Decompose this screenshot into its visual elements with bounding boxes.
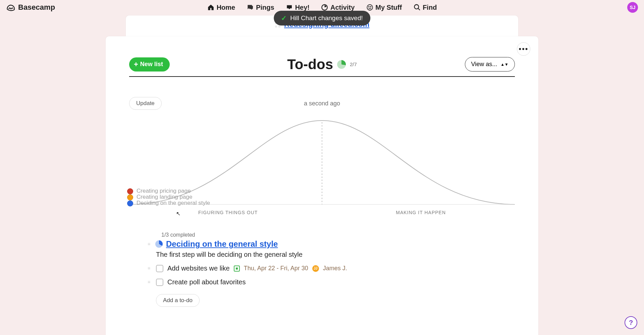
- main-nav: Home Pings Hey! Activity My Stuff Find: [207, 4, 437, 11]
- hill-chart-timestamp: a second ago: [304, 100, 340, 107]
- user-avatar[interactable]: SJ: [627, 2, 638, 13]
- more-menu-button[interactable]: •••: [517, 42, 530, 56]
- hill-dot[interactable]: [127, 194, 133, 200]
- todo-row: ≡ Add websites we like Thu, Apr 22 - Fri…: [146, 265, 515, 272]
- todo-date: Thu, Apr 22 - Fri, Apr 30: [244, 265, 308, 272]
- brand[interactable]: Basecamp: [6, 3, 55, 12]
- home-icon: [207, 4, 215, 11]
- todos-counter: 2/7: [350, 61, 357, 67]
- smile-icon: [366, 4, 373, 11]
- cursor-icon: ↖: [176, 210, 180, 217]
- clock-icon: [321, 4, 328, 11]
- toast-notification: ✓ Hill Chart changes saved!: [274, 11, 370, 26]
- hill-chart[interactable]: Creating pricing page Creating landing p…: [129, 114, 515, 208]
- svg-point-2: [369, 6, 369, 7]
- assignee-avatar[interactable]: JJ: [312, 265, 319, 272]
- check-icon: ✓: [281, 14, 287, 22]
- search-icon: [413, 4, 421, 11]
- list-title-link[interactable]: Deciding on the general style: [166, 239, 278, 249]
- nav-find[interactable]: Find: [413, 4, 437, 11]
- assignee-name: James J.: [323, 265, 347, 272]
- drag-handle-icon[interactable]: ≡: [146, 243, 152, 245]
- nav-activity[interactable]: Activity: [321, 4, 355, 11]
- page-title: To-dos: [287, 56, 333, 73]
- todo-checkbox[interactable]: [156, 279, 163, 286]
- todo-text[interactable]: Create poll about favorites: [167, 278, 246, 286]
- progress-pie-icon: [337, 60, 346, 69]
- todo-text[interactable]: Add websites we like: [167, 265, 230, 272]
- sort-icon: ▲▼: [500, 62, 508, 67]
- hill-axis-labels: FIGURING THINGS OUT MAKING IT HAPPEN: [129, 210, 515, 215]
- todo-row: ≡ Create poll about favorites: [146, 278, 515, 286]
- completed-count: 1/3 completed: [161, 232, 515, 238]
- hill-dot-label: Creating pricing page: [137, 188, 191, 194]
- view-as-button[interactable]: View as... ▲▼: [465, 57, 515, 71]
- add-todo-button[interactable]: Add a to-do: [156, 294, 200, 307]
- nav-home[interactable]: Home: [207, 4, 235, 11]
- drag-handle-icon[interactable]: ≡: [146, 267, 152, 270]
- inbox-icon: [286, 4, 293, 11]
- nav-hey[interactable]: Hey!: [286, 4, 310, 11]
- brand-text: Basecamp: [18, 3, 55, 12]
- drag-handle-icon[interactable]: ≡: [146, 281, 152, 283]
- hill-dot-label: Deciding on the general style: [137, 200, 210, 206]
- calendar-icon: [234, 266, 240, 272]
- nav-pings[interactable]: Pings: [247, 4, 274, 11]
- svg-point-4: [414, 5, 419, 9]
- toast-message: Hill Chart changes saved!: [290, 14, 363, 22]
- help-button[interactable]: ?: [625, 316, 637, 329]
- svg-point-1: [367, 5, 373, 10]
- todo-checkbox[interactable]: [156, 265, 163, 272]
- new-list-button[interactable]: + New list: [129, 57, 170, 71]
- basecamp-logo-icon: [6, 3, 15, 12]
- list-title-row: ≡ Deciding on the general style: [146, 239, 515, 249]
- todos-header: + New list To-dos 2/7 View as... ▲▼: [129, 50, 515, 77]
- hill-left-label: FIGURING THINGS OUT: [198, 210, 258, 215]
- list-progress-pie-icon: [155, 240, 163, 248]
- todo-list-section: 1/3 completed ≡ Deciding on the general …: [146, 232, 515, 307]
- hill-dot[interactable]: [127, 200, 133, 206]
- chat-icon: [247, 4, 254, 11]
- nav-mystuff[interactable]: My Stuff: [366, 4, 402, 11]
- todos-card: ••• + New list To-dos 2/7 View as... ▲▼ …: [106, 36, 538, 335]
- hill-chart-meta: Update a second ago: [129, 97, 515, 110]
- svg-point-3: [370, 6, 371, 7]
- list-description: The first step will be deciding on the g…: [156, 251, 515, 258]
- update-button[interactable]: Update: [129, 97, 162, 110]
- svg-rect-7: [275, 26, 277, 28]
- hill-right-label: MAKING IT HAPPEN: [396, 210, 446, 215]
- plus-icon: +: [134, 61, 138, 68]
- svg-rect-8: [278, 26, 280, 28]
- hill-dot-label: Creating landing page: [137, 194, 192, 200]
- hill-dot[interactable]: [127, 188, 133, 194]
- page-title-group: To-dos 2/7: [287, 56, 357, 73]
